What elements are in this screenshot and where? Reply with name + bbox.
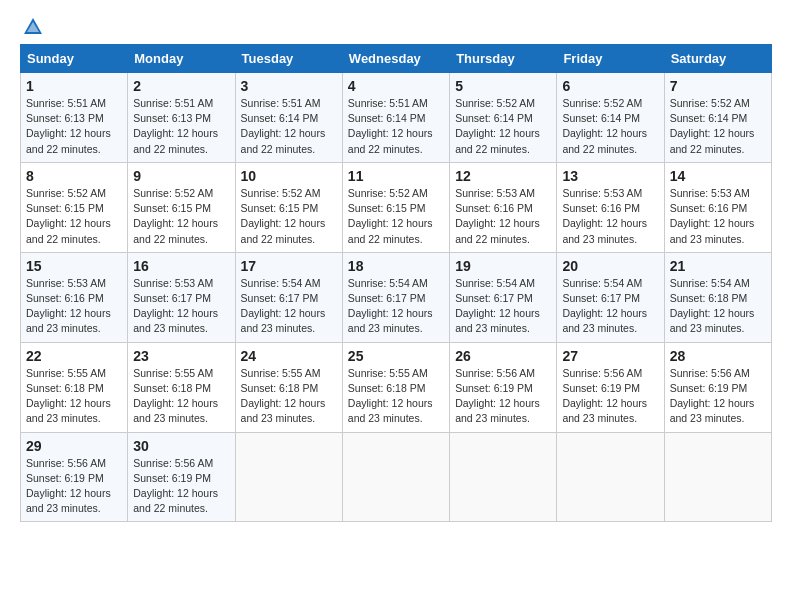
day-number: 9	[133, 168, 229, 184]
calendar-day-cell: 8Sunrise: 5:52 AM Sunset: 6:15 PM Daylig…	[21, 162, 128, 252]
calendar-week-row: 15Sunrise: 5:53 AM Sunset: 6:16 PM Dayli…	[21, 252, 772, 342]
day-info: Sunrise: 5:56 AM Sunset: 6:19 PM Dayligh…	[26, 456, 122, 517]
day-number: 22	[26, 348, 122, 364]
day-info: Sunrise: 5:55 AM Sunset: 6:18 PM Dayligh…	[348, 366, 444, 427]
calendar-week-row: 1Sunrise: 5:51 AM Sunset: 6:13 PM Daylig…	[21, 73, 772, 163]
calendar-day-cell: 14Sunrise: 5:53 AM Sunset: 6:16 PM Dayli…	[664, 162, 771, 252]
calendar-week-row: 8Sunrise: 5:52 AM Sunset: 6:15 PM Daylig…	[21, 162, 772, 252]
calendar-day-cell	[557, 432, 664, 522]
logo-icon	[22, 16, 44, 38]
day-number: 1	[26, 78, 122, 94]
calendar-day-cell: 12Sunrise: 5:53 AM Sunset: 6:16 PM Dayli…	[450, 162, 557, 252]
day-info: Sunrise: 5:54 AM Sunset: 6:17 PM Dayligh…	[241, 276, 337, 337]
day-number: 13	[562, 168, 658, 184]
calendar-day-cell: 2Sunrise: 5:51 AM Sunset: 6:13 PM Daylig…	[128, 73, 235, 163]
day-number: 2	[133, 78, 229, 94]
calendar-day-cell: 3Sunrise: 5:51 AM Sunset: 6:14 PM Daylig…	[235, 73, 342, 163]
day-info: Sunrise: 5:55 AM Sunset: 6:18 PM Dayligh…	[26, 366, 122, 427]
calendar-day-cell: 10Sunrise: 5:52 AM Sunset: 6:15 PM Dayli…	[235, 162, 342, 252]
day-number: 12	[455, 168, 551, 184]
day-number: 15	[26, 258, 122, 274]
day-info: Sunrise: 5:56 AM Sunset: 6:19 PM Dayligh…	[670, 366, 766, 427]
day-info: Sunrise: 5:52 AM Sunset: 6:14 PM Dayligh…	[455, 96, 551, 157]
day-info: Sunrise: 5:54 AM Sunset: 6:17 PM Dayligh…	[562, 276, 658, 337]
day-number: 4	[348, 78, 444, 94]
calendar-day-cell: 6Sunrise: 5:52 AM Sunset: 6:14 PM Daylig…	[557, 73, 664, 163]
day-number: 19	[455, 258, 551, 274]
day-info: Sunrise: 5:56 AM Sunset: 6:19 PM Dayligh…	[562, 366, 658, 427]
day-number: 30	[133, 438, 229, 454]
day-number: 6	[562, 78, 658, 94]
calendar-day-cell: 30Sunrise: 5:56 AM Sunset: 6:19 PM Dayli…	[128, 432, 235, 522]
day-number: 17	[241, 258, 337, 274]
weekday-header-row: SundayMondayTuesdayWednesdayThursdayFrid…	[21, 45, 772, 73]
day-number: 24	[241, 348, 337, 364]
weekday-header-cell: Wednesday	[342, 45, 449, 73]
calendar-day-cell: 16Sunrise: 5:53 AM Sunset: 6:17 PM Dayli…	[128, 252, 235, 342]
calendar-day-cell: 19Sunrise: 5:54 AM Sunset: 6:17 PM Dayli…	[450, 252, 557, 342]
day-info: Sunrise: 5:52 AM Sunset: 6:15 PM Dayligh…	[348, 186, 444, 247]
day-number: 21	[670, 258, 766, 274]
day-number: 27	[562, 348, 658, 364]
day-info: Sunrise: 5:54 AM Sunset: 6:17 PM Dayligh…	[455, 276, 551, 337]
day-number: 29	[26, 438, 122, 454]
calendar-day-cell: 1Sunrise: 5:51 AM Sunset: 6:13 PM Daylig…	[21, 73, 128, 163]
day-info: Sunrise: 5:52 AM Sunset: 6:15 PM Dayligh…	[241, 186, 337, 247]
header	[20, 16, 772, 34]
weekday-header-cell: Thursday	[450, 45, 557, 73]
day-number: 11	[348, 168, 444, 184]
calendar-day-cell: 22Sunrise: 5:55 AM Sunset: 6:18 PM Dayli…	[21, 342, 128, 432]
day-number: 25	[348, 348, 444, 364]
calendar-day-cell: 9Sunrise: 5:52 AM Sunset: 6:15 PM Daylig…	[128, 162, 235, 252]
day-number: 8	[26, 168, 122, 184]
day-number: 28	[670, 348, 766, 364]
calendar-day-cell: 7Sunrise: 5:52 AM Sunset: 6:14 PM Daylig…	[664, 73, 771, 163]
calendar-day-cell: 24Sunrise: 5:55 AM Sunset: 6:18 PM Dayli…	[235, 342, 342, 432]
day-info: Sunrise: 5:56 AM Sunset: 6:19 PM Dayligh…	[455, 366, 551, 427]
day-number: 3	[241, 78, 337, 94]
calendar-week-row: 29Sunrise: 5:56 AM Sunset: 6:19 PM Dayli…	[21, 432, 772, 522]
weekday-header-cell: Friday	[557, 45, 664, 73]
day-number: 26	[455, 348, 551, 364]
calendar-day-cell: 26Sunrise: 5:56 AM Sunset: 6:19 PM Dayli…	[450, 342, 557, 432]
weekday-header-cell: Tuesday	[235, 45, 342, 73]
day-info: Sunrise: 5:53 AM Sunset: 6:16 PM Dayligh…	[562, 186, 658, 247]
day-info: Sunrise: 5:54 AM Sunset: 6:17 PM Dayligh…	[348, 276, 444, 337]
calendar-day-cell: 11Sunrise: 5:52 AM Sunset: 6:15 PM Dayli…	[342, 162, 449, 252]
calendar-day-cell: 17Sunrise: 5:54 AM Sunset: 6:17 PM Dayli…	[235, 252, 342, 342]
day-number: 18	[348, 258, 444, 274]
day-info: Sunrise: 5:52 AM Sunset: 6:14 PM Dayligh…	[562, 96, 658, 157]
day-info: Sunrise: 5:52 AM Sunset: 6:14 PM Dayligh…	[670, 96, 766, 157]
weekday-header-cell: Sunday	[21, 45, 128, 73]
calendar-day-cell	[664, 432, 771, 522]
calendar-day-cell: 4Sunrise: 5:51 AM Sunset: 6:14 PM Daylig…	[342, 73, 449, 163]
calendar-day-cell: 23Sunrise: 5:55 AM Sunset: 6:18 PM Dayli…	[128, 342, 235, 432]
day-info: Sunrise: 5:55 AM Sunset: 6:18 PM Dayligh…	[133, 366, 229, 427]
day-info: Sunrise: 5:55 AM Sunset: 6:18 PM Dayligh…	[241, 366, 337, 427]
calendar-day-cell: 18Sunrise: 5:54 AM Sunset: 6:17 PM Dayli…	[342, 252, 449, 342]
day-info: Sunrise: 5:52 AM Sunset: 6:15 PM Dayligh…	[26, 186, 122, 247]
day-number: 7	[670, 78, 766, 94]
calendar-week-row: 22Sunrise: 5:55 AM Sunset: 6:18 PM Dayli…	[21, 342, 772, 432]
calendar-day-cell: 20Sunrise: 5:54 AM Sunset: 6:17 PM Dayli…	[557, 252, 664, 342]
day-number: 20	[562, 258, 658, 274]
day-info: Sunrise: 5:51 AM Sunset: 6:14 PM Dayligh…	[241, 96, 337, 157]
calendar-day-cell: 13Sunrise: 5:53 AM Sunset: 6:16 PM Dayli…	[557, 162, 664, 252]
calendar-day-cell: 5Sunrise: 5:52 AM Sunset: 6:14 PM Daylig…	[450, 73, 557, 163]
day-info: Sunrise: 5:53 AM Sunset: 6:16 PM Dayligh…	[26, 276, 122, 337]
calendar-day-cell	[235, 432, 342, 522]
calendar-day-cell	[450, 432, 557, 522]
day-number: 5	[455, 78, 551, 94]
day-info: Sunrise: 5:54 AM Sunset: 6:18 PM Dayligh…	[670, 276, 766, 337]
calendar-day-cell	[342, 432, 449, 522]
day-info: Sunrise: 5:51 AM Sunset: 6:14 PM Dayligh…	[348, 96, 444, 157]
calendar-day-cell: 15Sunrise: 5:53 AM Sunset: 6:16 PM Dayli…	[21, 252, 128, 342]
calendar-day-cell: 28Sunrise: 5:56 AM Sunset: 6:19 PM Dayli…	[664, 342, 771, 432]
calendar-day-cell: 27Sunrise: 5:56 AM Sunset: 6:19 PM Dayli…	[557, 342, 664, 432]
day-number: 10	[241, 168, 337, 184]
day-info: Sunrise: 5:52 AM Sunset: 6:15 PM Dayligh…	[133, 186, 229, 247]
day-info: Sunrise: 5:53 AM Sunset: 6:16 PM Dayligh…	[455, 186, 551, 247]
day-info: Sunrise: 5:51 AM Sunset: 6:13 PM Dayligh…	[133, 96, 229, 157]
calendar-table: SundayMondayTuesdayWednesdayThursdayFrid…	[20, 44, 772, 522]
calendar-day-cell: 25Sunrise: 5:55 AM Sunset: 6:18 PM Dayli…	[342, 342, 449, 432]
